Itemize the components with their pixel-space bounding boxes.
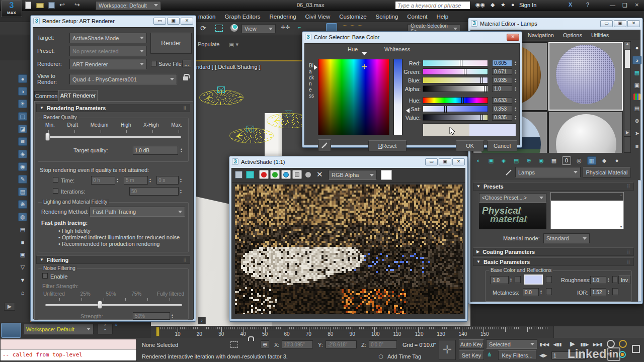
cancel-button[interactable]: Cancel xyxy=(487,140,517,151)
panel-icon[interactable]: ▤ xyxy=(18,188,27,196)
assign-icon[interactable]: ◆ xyxy=(600,156,609,165)
menu-item[interactable]: Customize xyxy=(335,12,371,21)
metalness-spinner[interactable]: ▲▼ xyxy=(539,288,543,296)
rollout-scrollbar[interactable] xyxy=(638,180,641,302)
menu-item[interactable]: Rendering xyxy=(265,12,300,21)
snap-icons[interactable]: ✛✛ xyxy=(281,24,290,31)
red-value[interactable]: 0.605 xyxy=(492,60,512,66)
material-mode-dropdown[interactable]: Standard xyxy=(543,233,590,243)
sample-slot-gray[interactable] xyxy=(548,112,623,153)
pick-from-object-icon[interactable] xyxy=(505,169,512,176)
open-file-icon[interactable] xyxy=(36,3,44,8)
blue-channel-button[interactable] xyxy=(281,170,291,179)
roughness-spinner[interactable]: ▲▼ xyxy=(606,276,611,284)
iterations-checkbox[interactable] xyxy=(53,188,58,194)
target-quality-spinner[interactable]: ▲▼ xyxy=(179,146,184,155)
save-file-more-button[interactable]: ... xyxy=(182,60,191,67)
time-seconds[interactable]: 0 s xyxy=(156,176,179,185)
isolate-selection-button[interactable]: ✛ xyxy=(439,340,456,360)
value-slider[interactable] xyxy=(423,114,488,121)
close-button[interactable]: ✕ xyxy=(507,34,519,41)
minimize-button[interactable]: ▭ xyxy=(600,20,613,27)
iterations-spinner[interactable]: ▲▼ xyxy=(179,187,183,196)
strength-slider-handle[interactable] xyxy=(98,301,102,309)
pen-icon[interactable]: ✎ xyxy=(18,175,27,184)
rendering-parameters-rollout[interactable]: ▼Rendering Parameters⣿ xyxy=(36,104,190,112)
value-value[interactable]: 0.935 xyxy=(492,114,512,121)
pick-material-icon[interactable]: ➤ xyxy=(632,129,641,138)
maximize-viewport-icon[interactable] xyxy=(632,345,640,353)
filtering-rollout[interactable]: ▼Filtering⣿ xyxy=(36,255,190,264)
render-setup-window[interactable]: 3 Render Setup: ART Renderer ▭ ▣ ✕ Targe… xyxy=(30,15,196,322)
light-icon[interactable]: ☀ xyxy=(18,100,27,108)
quality-slider[interactable] xyxy=(46,136,181,138)
material-editor-menu-item[interactable]: Options xyxy=(558,31,587,40)
time-hours[interactable]: 0 h xyxy=(91,176,115,185)
key-filters-button[interactable]: Key Filters... xyxy=(498,350,536,360)
user-icon[interactable]: ● xyxy=(511,2,515,8)
menu-item[interactable]: Content xyxy=(403,12,432,21)
tag-icon[interactable]: ◈ xyxy=(499,156,508,165)
max-logo[interactable]: 3 MAX xyxy=(1,0,22,17)
layer-manager-icon[interactable]: ⌃⌃ xyxy=(98,324,113,334)
backlight-toggle-icon[interactable]: ▣ xyxy=(632,81,641,89)
delete-icon[interactable]: ▤ xyxy=(512,156,521,165)
sphere-icon[interactable]: ◉ xyxy=(18,162,27,171)
minimize-button[interactable]: ▭ xyxy=(153,18,166,25)
zero-slot-icon[interactable]: 0 xyxy=(562,156,571,165)
square-icon[interactable]: ■ xyxy=(18,238,27,246)
close-button[interactable]: ✕ xyxy=(181,18,193,25)
save-file-checkbox[interactable] xyxy=(151,61,156,66)
undo-icon[interactable]: ↩ xyxy=(59,1,65,9)
menu-item[interactable]: Scripting xyxy=(371,12,403,21)
restore-button[interactable]: ❑ xyxy=(622,2,627,9)
listener-output-line[interactable]: -- called from top-level xyxy=(1,350,136,360)
ior-spinner[interactable]: ▲▼ xyxy=(606,288,611,296)
particles-icon[interactable]: ❋ xyxy=(18,200,27,209)
activeshade-window[interactable]: 3 ActiveShade (1:1) ▭ ▣ ✕ ✕ RGB Alpha xyxy=(229,156,468,322)
new-keys-icon[interactable]: ⋔ xyxy=(487,351,492,358)
backlight-icon[interactable]: ▣ xyxy=(487,156,496,165)
photometric-light[interactable] xyxy=(229,114,274,158)
blue-spinner[interactable]: ▲▼ xyxy=(513,77,518,83)
alpha-value[interactable]: 1.0 xyxy=(492,85,512,92)
help-icon[interactable]: ? xyxy=(586,2,589,8)
ok-button[interactable]: OK xyxy=(456,140,484,151)
material-editor-titlebar[interactable]: 3 Material Editor - Lamps ▭ ▣ ✕ xyxy=(468,18,642,29)
next-page-button[interactable]: › xyxy=(198,317,206,324)
sample-slot-active-lamps[interactable] xyxy=(548,42,623,111)
green-spinner[interactable]: ▲▼ xyxy=(513,68,518,75)
time-slider[interactable] xyxy=(156,327,159,336)
color-selector-window[interactable]: 3 Color Selector: Base Color ✕ Hue White… xyxy=(302,31,522,148)
donut-select-icon[interactable] xyxy=(230,24,238,32)
key-mode-icon[interactable]: ◀▶ xyxy=(539,352,547,358)
blue-value[interactable]: 0.935 xyxy=(492,77,512,83)
time-checkbox[interactable] xyxy=(53,177,58,183)
favorites-icon[interactable]: ★ xyxy=(501,2,506,8)
video-preview-icon[interactable]: ▤ xyxy=(632,104,641,113)
time-seconds-spinner[interactable]: ▲▼ xyxy=(179,176,183,185)
base-weight-value[interactable]: 1.0 xyxy=(491,276,509,284)
sample-slots-flyout-button[interactable]: ▶ xyxy=(624,130,631,137)
preset-list[interactable]: ▲ ▼ xyxy=(550,192,624,229)
metalness-value[interactable]: 0.0 xyxy=(523,288,539,296)
save-file-icon[interactable] xyxy=(48,2,55,9)
base-color-swatch[interactable] xyxy=(524,275,543,285)
time-tag-icon[interactable]: ⬡ xyxy=(378,353,383,360)
hue-value[interactable]: 0.633 xyxy=(492,97,512,104)
options-gear-icon[interactable]: ⊛ xyxy=(632,117,641,125)
quality-slider-handle[interactable] xyxy=(45,133,50,141)
material-editor-menu-item[interactable]: Navigation xyxy=(523,31,558,40)
menu-item[interactable]: mation xyxy=(194,12,220,21)
select-region-icon[interactable] xyxy=(215,25,223,32)
blue-slider[interactable] xyxy=(423,77,488,83)
target-dropdown[interactable]: ActiveShade Mode xyxy=(69,33,147,43)
alpha-spinner[interactable]: ▲▼ xyxy=(513,85,518,92)
alpha-slider[interactable] xyxy=(423,85,488,92)
shape-icon[interactable]: ▢ xyxy=(18,112,27,121)
filter-icon[interactable]: ▼ xyxy=(18,276,27,284)
roughness-map-button[interactable] xyxy=(612,276,617,283)
sign-in-link[interactable]: Sign In xyxy=(519,2,536,8)
eyedropper-button[interactable] xyxy=(318,139,331,151)
mono-channel-button[interactable] xyxy=(292,170,302,179)
